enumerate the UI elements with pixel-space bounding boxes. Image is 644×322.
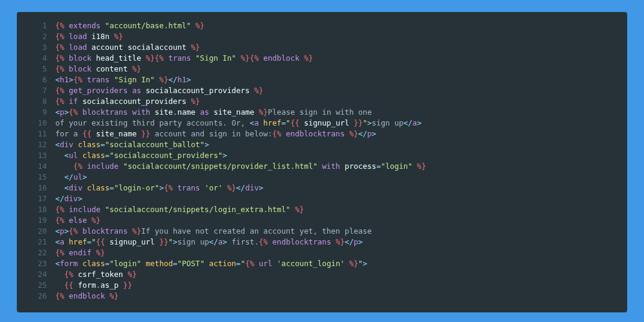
code-content: {% block content %} bbox=[55, 64, 627, 74]
line-number: 23 bbox=[17, 258, 55, 269]
code-content: {% include "socialaccount/snippets/login… bbox=[55, 204, 627, 215]
code-line: 12<div class="socialaccount_ballot"> bbox=[17, 139, 627, 150]
line-number: 14 bbox=[17, 161, 55, 172]
code-line: 18{% include "socialaccount/snippets/log… bbox=[17, 204, 627, 215]
line-number: 11 bbox=[17, 129, 55, 139]
line-number: 20 bbox=[17, 226, 55, 237]
code-content: {% load i18n %} bbox=[55, 31, 627, 42]
code-line: 3{% load account socialaccount %} bbox=[17, 42, 627, 53]
line-number: 25 bbox=[17, 280, 55, 291]
code-line: 24 {% csrf_token %} bbox=[17, 269, 627, 280]
code-line: 2{% load i18n %} bbox=[17, 31, 627, 42]
code-line: 8{% if socialaccount_providers %} bbox=[17, 96, 627, 107]
line-number: 8 bbox=[17, 96, 55, 107]
code-content: {% extends "account/base.html" %} bbox=[55, 20, 627, 31]
code-line: 4{% block head_title %}{% trans "Sign In… bbox=[17, 53, 627, 64]
code-content: {% load account socialaccount %} bbox=[55, 42, 627, 53]
code-content: {% endif %} bbox=[55, 248, 627, 258]
code-content: {% block head_title %}{% trans "Sign In"… bbox=[55, 53, 627, 64]
line-number: 2 bbox=[17, 31, 55, 42]
code-content: {% endblock %} bbox=[55, 291, 627, 302]
line-number: 1 bbox=[17, 20, 55, 31]
code-line: 26{% endblock %} bbox=[17, 291, 627, 302]
code-content: <ul class="socialaccount_providers"> bbox=[55, 150, 627, 161]
code-line: 15 </ul> bbox=[17, 172, 627, 183]
code-content: <p>{% blocktrans with site.name as site_… bbox=[55, 107, 627, 118]
code-content: <h1>{% trans "Sign In" %}</h1> bbox=[55, 74, 627, 85]
line-number: 24 bbox=[17, 269, 55, 280]
line-number: 3 bbox=[17, 42, 55, 53]
code-content: <p>{% blocktrans %}If you have not creat… bbox=[55, 226, 627, 237]
code-line: 25 {{ form.as_p }} bbox=[17, 280, 627, 291]
code-line: 17</div> bbox=[17, 193, 627, 204]
line-number: 22 bbox=[17, 248, 55, 258]
code-line: 19{% else %} bbox=[17, 215, 627, 226]
code-content: <div class="socialaccount_ballot"> bbox=[55, 139, 627, 150]
code-content: {% get_providers as socialaccount_provid… bbox=[55, 85, 627, 96]
code-line: 6<h1>{% trans "Sign In" %}</h1> bbox=[17, 74, 627, 85]
line-number: 13 bbox=[17, 150, 55, 161]
code-content: <a href="{{ signup_url }}">sign up</a> f… bbox=[55, 237, 627, 248]
code-content: {% csrf_token %} bbox=[55, 269, 627, 280]
line-number: 16 bbox=[17, 183, 55, 193]
code-content: </div> bbox=[55, 193, 627, 204]
code-content: {{ form.as_p }} bbox=[55, 280, 627, 291]
line-number: 7 bbox=[17, 85, 55, 96]
line-number: 4 bbox=[17, 53, 55, 64]
code-line: 10of your existing third party accounts.… bbox=[17, 118, 627, 129]
line-number: 18 bbox=[17, 204, 55, 215]
code-content: {% include "socialaccount/snippets/provi… bbox=[55, 161, 627, 172]
code-content: <form class="login" method="POST" action… bbox=[55, 258, 627, 269]
line-number: 26 bbox=[17, 291, 55, 302]
code-content: for a {{ site_name }} account and sign i… bbox=[55, 129, 627, 139]
line-number: 5 bbox=[17, 64, 55, 74]
line-number: 9 bbox=[17, 107, 55, 118]
line-number: 19 bbox=[17, 215, 55, 226]
code-line: 16 <div class="login-or">{% trans 'or' %… bbox=[17, 183, 627, 193]
code-content: {% else %} bbox=[55, 215, 627, 226]
code-line: 23<form class="login" method="POST" acti… bbox=[17, 258, 627, 269]
code-line: 20<p>{% blocktrans %}If you have not cre… bbox=[17, 226, 627, 237]
code-content: {% if socialaccount_providers %} bbox=[55, 96, 627, 107]
line-number: 6 bbox=[17, 74, 55, 85]
code-line: 13 <ul class="socialaccount_providers"> bbox=[17, 150, 627, 161]
code-line: 1{% extends "account/base.html" %} bbox=[17, 20, 627, 31]
code-content: <div class="login-or">{% trans 'or' %}</… bbox=[55, 183, 627, 193]
line-number: 21 bbox=[17, 237, 55, 248]
line-number: 12 bbox=[17, 139, 55, 150]
code-line: 22{% endif %} bbox=[17, 248, 627, 258]
code-line: 7{% get_providers as socialaccount_provi… bbox=[17, 85, 627, 96]
code-line: 11for a {{ site_name }} account and sign… bbox=[17, 129, 627, 139]
line-number: 17 bbox=[17, 193, 55, 204]
line-number: 10 bbox=[17, 118, 55, 129]
code-editor: 1{% extends "account/base.html" %}2{% lo… bbox=[17, 12, 627, 312]
code-line: 21<a href="{{ signup_url }}">sign up</a>… bbox=[17, 237, 627, 248]
code-line: 14 {% include "socialaccount/snippets/pr… bbox=[17, 161, 627, 172]
code-content: </ul> bbox=[55, 172, 627, 183]
code-line: 9<p>{% blocktrans with site.name as site… bbox=[17, 107, 627, 118]
line-number: 15 bbox=[17, 172, 55, 183]
code-content: of your existing third party accounts. O… bbox=[55, 118, 627, 129]
code-line: 5{% block content %} bbox=[17, 64, 627, 74]
